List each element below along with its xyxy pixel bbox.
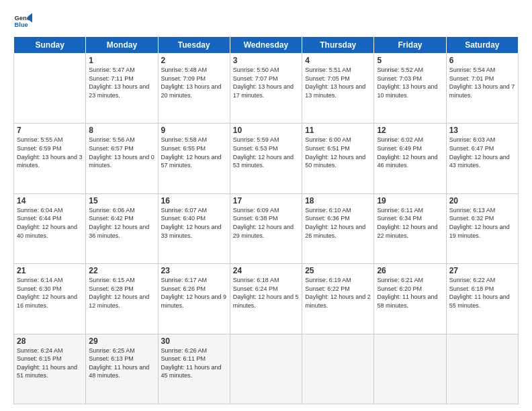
day-info: Sunrise: 6:21 AM Sunset: 6:20 PM Dayligh… xyxy=(377,276,443,310)
day-info: Sunrise: 6:25 AM Sunset: 6:13 PM Dayligh… xyxy=(89,347,154,380)
day-number: 1 xyxy=(89,56,154,65)
day-info: Sunrise: 5:58 AM Sunset: 6:55 PM Dayligh… xyxy=(161,136,227,169)
calendar-cell: 19Sunrise: 6:11 AM Sunset: 6:34 PM Dayli… xyxy=(374,193,446,263)
day-header-thursday: Thursday xyxy=(302,37,374,54)
day-info: Sunrise: 5:50 AM Sunset: 7:07 PM Dayligh… xyxy=(233,66,299,99)
calendar-cell: 30Sunrise: 6:26 AM Sunset: 6:11 PM Dayli… xyxy=(158,334,230,404)
day-info: Sunrise: 6:24 AM Sunset: 6:15 PM Dayligh… xyxy=(17,347,83,380)
calendar-table: SundayMondayTuesdayWednesdayThursdayFrid… xyxy=(13,36,519,404)
day-info: Sunrise: 6:03 AM Sunset: 6:47 PM Dayligh… xyxy=(449,136,515,169)
calendar-cell: 16Sunrise: 6:07 AM Sunset: 6:40 PM Dayli… xyxy=(158,193,230,263)
calendar-cell xyxy=(14,54,86,124)
header: General Blue xyxy=(13,12,519,31)
calendar-cell: 10Sunrise: 5:59 AM Sunset: 6:53 PM Dayli… xyxy=(230,124,302,193)
svg-text:Blue: Blue xyxy=(15,21,28,28)
day-number: 23 xyxy=(161,266,227,275)
day-header-wednesday: Wednesday xyxy=(230,37,302,54)
calendar-cell: 29Sunrise: 6:25 AM Sunset: 6:13 PM Dayli… xyxy=(86,334,158,404)
calendar-cell: 1Sunrise: 5:47 AM Sunset: 7:11 PM Daylig… xyxy=(86,54,158,124)
day-header-friday: Friday xyxy=(374,37,446,54)
calendar-cell: 7Sunrise: 5:55 AM Sunset: 6:59 PM Daylig… xyxy=(14,124,86,193)
calendar-cell: 28Sunrise: 6:24 AM Sunset: 6:15 PM Dayli… xyxy=(14,334,86,404)
day-info: Sunrise: 6:11 AM Sunset: 6:34 PM Dayligh… xyxy=(377,206,443,240)
day-number: 15 xyxy=(89,196,154,205)
day-number: 17 xyxy=(233,196,299,205)
day-number: 16 xyxy=(161,196,227,205)
day-number: 25 xyxy=(305,266,371,275)
calendar-cell: 21Sunrise: 6:14 AM Sunset: 6:30 PM Dayli… xyxy=(14,264,86,334)
day-info: Sunrise: 5:59 AM Sunset: 6:53 PM Dayligh… xyxy=(233,136,299,169)
day-info: Sunrise: 5:51 AM Sunset: 7:05 PM Dayligh… xyxy=(305,66,371,99)
calendar-cell: 18Sunrise: 6:10 AM Sunset: 6:36 PM Dayli… xyxy=(302,193,374,263)
day-number: 19 xyxy=(377,196,443,205)
week-row-3: 14Sunrise: 6:04 AM Sunset: 6:44 PM Dayli… xyxy=(14,193,519,263)
week-row-5: 28Sunrise: 6:24 AM Sunset: 6:15 PM Dayli… xyxy=(14,334,519,404)
day-number: 11 xyxy=(305,126,371,135)
calendar-cell xyxy=(302,334,374,404)
day-info: Sunrise: 6:00 AM Sunset: 6:51 PM Dayligh… xyxy=(305,136,371,169)
day-number: 10 xyxy=(233,126,299,135)
day-number: 6 xyxy=(449,56,515,65)
calendar-page: General Blue SundayMondayTuesdayWednesda… xyxy=(0,0,532,411)
calendar-cell: 27Sunrise: 6:22 AM Sunset: 6:18 PM Dayli… xyxy=(446,264,518,334)
day-info: Sunrise: 6:02 AM Sunset: 6:49 PM Dayligh… xyxy=(377,136,443,169)
day-number: 5 xyxy=(377,56,443,65)
day-info: Sunrise: 6:07 AM Sunset: 6:40 PM Dayligh… xyxy=(161,206,227,240)
day-info: Sunrise: 6:04 AM Sunset: 6:44 PM Dayligh… xyxy=(17,206,83,240)
day-info: Sunrise: 6:18 AM Sunset: 6:24 PM Dayligh… xyxy=(233,276,299,310)
day-header-sunday: Sunday xyxy=(14,37,86,54)
day-info: Sunrise: 6:26 AM Sunset: 6:11 PM Dayligh… xyxy=(161,347,227,380)
day-number: 13 xyxy=(449,126,515,135)
day-header-monday: Monday xyxy=(86,37,158,54)
day-number: 27 xyxy=(449,266,515,275)
day-number: 28 xyxy=(17,336,83,346)
day-header-tuesday: Tuesday xyxy=(158,37,230,54)
calendar-cell: 17Sunrise: 6:09 AM Sunset: 6:38 PM Dayli… xyxy=(230,193,302,263)
day-number: 29 xyxy=(89,336,154,346)
week-row-4: 21Sunrise: 6:14 AM Sunset: 6:30 PM Dayli… xyxy=(14,264,519,334)
day-number: 2 xyxy=(161,56,227,65)
calendar-cell: 13Sunrise: 6:03 AM Sunset: 6:47 PM Dayli… xyxy=(446,124,518,193)
day-info: Sunrise: 6:09 AM Sunset: 6:38 PM Dayligh… xyxy=(233,206,299,240)
calendar-cell: 11Sunrise: 6:00 AM Sunset: 6:51 PM Dayli… xyxy=(302,124,374,193)
day-info: Sunrise: 5:56 AM Sunset: 6:57 PM Dayligh… xyxy=(89,136,154,169)
calendar-cell xyxy=(374,334,446,404)
calendar-cell: 3Sunrise: 5:50 AM Sunset: 7:07 PM Daylig… xyxy=(230,54,302,124)
day-info: Sunrise: 5:52 AM Sunset: 7:03 PM Dayligh… xyxy=(377,66,443,99)
day-number: 24 xyxy=(233,266,299,275)
calendar-cell: 9Sunrise: 5:58 AM Sunset: 6:55 PM Daylig… xyxy=(158,124,230,193)
day-info: Sunrise: 6:19 AM Sunset: 6:22 PM Dayligh… xyxy=(305,276,371,310)
day-info: Sunrise: 5:48 AM Sunset: 7:09 PM Dayligh… xyxy=(161,66,227,99)
day-info: Sunrise: 6:10 AM Sunset: 6:36 PM Dayligh… xyxy=(305,206,371,240)
day-info: Sunrise: 6:14 AM Sunset: 6:30 PM Dayligh… xyxy=(17,276,83,310)
day-info: Sunrise: 5:54 AM Sunset: 7:01 PM Dayligh… xyxy=(449,66,515,99)
calendar-cell: 26Sunrise: 6:21 AM Sunset: 6:20 PM Dayli… xyxy=(374,264,446,334)
day-header-saturday: Saturday xyxy=(446,37,518,54)
day-info: Sunrise: 6:15 AM Sunset: 6:28 PM Dayligh… xyxy=(89,276,154,310)
header-row: SundayMondayTuesdayWednesdayThursdayFrid… xyxy=(14,37,519,54)
logo: General Blue xyxy=(13,12,32,31)
calendar-cell: 14Sunrise: 6:04 AM Sunset: 6:44 PM Dayli… xyxy=(14,193,86,263)
calendar-cell: 23Sunrise: 6:17 AM Sunset: 6:26 PM Dayli… xyxy=(158,264,230,334)
day-number: 14 xyxy=(17,196,83,205)
calendar-cell xyxy=(446,334,518,404)
day-number: 18 xyxy=(305,196,371,205)
calendar-cell: 12Sunrise: 6:02 AM Sunset: 6:49 PM Dayli… xyxy=(374,124,446,193)
day-number: 30 xyxy=(161,336,227,346)
day-number: 22 xyxy=(89,266,154,275)
calendar-cell: 5Sunrise: 5:52 AM Sunset: 7:03 PM Daylig… xyxy=(374,54,446,124)
week-row-1: 1Sunrise: 5:47 AM Sunset: 7:11 PM Daylig… xyxy=(14,54,519,124)
day-number: 12 xyxy=(377,126,443,135)
day-number: 20 xyxy=(449,196,515,205)
calendar-cell: 15Sunrise: 6:06 AM Sunset: 6:42 PM Dayli… xyxy=(86,193,158,263)
day-number: 3 xyxy=(233,56,299,65)
day-info: Sunrise: 6:22 AM Sunset: 6:18 PM Dayligh… xyxy=(449,276,515,310)
day-info: Sunrise: 5:47 AM Sunset: 7:11 PM Dayligh… xyxy=(89,66,154,99)
calendar-cell: 22Sunrise: 6:15 AM Sunset: 6:28 PM Dayli… xyxy=(86,264,158,334)
calendar-cell: 25Sunrise: 6:19 AM Sunset: 6:22 PM Dayli… xyxy=(302,264,374,334)
day-info: Sunrise: 6:13 AM Sunset: 6:32 PM Dayligh… xyxy=(449,206,515,240)
calendar-cell: 6Sunrise: 5:54 AM Sunset: 7:01 PM Daylig… xyxy=(446,54,518,124)
day-number: 7 xyxy=(17,126,83,135)
calendar-cell: 8Sunrise: 5:56 AM Sunset: 6:57 PM Daylig… xyxy=(86,124,158,193)
day-number: 4 xyxy=(305,56,371,65)
